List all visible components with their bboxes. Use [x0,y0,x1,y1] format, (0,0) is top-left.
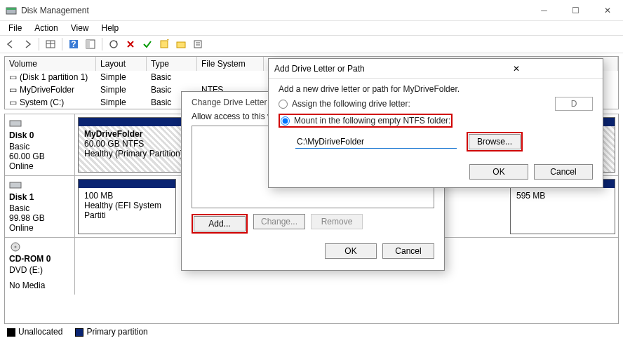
disk-icon [9,182,22,192]
volume-icon: ▭ [9,97,17,107]
col-volume[interactable]: Volume [5,57,96,71]
disk-label[interactable]: CD-ROM 0 DVD (E:) No Media [5,238,75,295]
mount-folder-label: Mount in the following empty NTFS folder… [294,116,450,126]
svg-rect-13 [194,41,201,48]
partition[interactable]: 100 MB Healthy (EFI System Partiti [78,179,176,234]
svg-rect-12 [177,42,185,48]
menu-help[interactable]: Help [96,22,125,34]
ok-button[interactable]: OK [325,243,377,259]
col-type[interactable]: Type [147,57,197,71]
window-title: Disk Management [21,6,528,15]
dialog2-titlebar: Add Drive Letter or Path ✕ [269,59,603,79]
menu-bar: File Action View Help [0,21,623,35]
volume-icon: ▭ [9,85,17,95]
svg-text:*: * [166,39,169,46]
close-button[interactable]: ✕ [591,0,623,20]
svg-rect-1 [6,8,16,10]
cancel-button[interactable]: Cancel [534,164,593,180]
title-bar: Disk Management ─ ☐ ✕ [0,0,623,21]
legend: Unallocated Primary partition [0,324,623,339]
add-button[interactable]: Add... [194,216,246,231]
menu-file[interactable]: File [3,22,27,34]
assign-letter-radio[interactable] [279,100,288,109]
change-button: Change... [253,214,305,229]
maximize-button[interactable]: ☐ [560,0,591,20]
cdrom-icon [9,244,22,254]
delete-icon[interactable] [123,36,138,52]
dialog2-message: Add a new drive letter or path for MyDri… [279,84,593,94]
toolbar: ? * [0,35,623,53]
new-icon[interactable]: * [156,36,172,52]
refresh-icon[interactable] [106,36,121,52]
browse-button[interactable]: Browse... [469,134,521,149]
table-icon[interactable] [43,36,58,52]
disk-label[interactable]: Disk 0 Basic 60.00 GB Online [5,114,75,175]
dialog2-title: Add Drive Letter or Path [274,64,436,74]
check-icon[interactable] [140,36,155,52]
disk-icon [9,121,22,130]
svg-text:?: ? [71,39,76,49]
minimize-button[interactable]: ─ [528,0,560,20]
mount-folder-radio[interactable] [281,116,290,126]
col-layout[interactable]: Layout [96,57,147,71]
back-icon[interactable] [3,36,18,52]
properties-icon[interactable] [190,36,206,52]
menu-view[interactable]: View [65,22,95,34]
legend-primary-swatch [75,328,83,337]
assign-letter-label: Assign the following drive letter: [292,99,410,109]
svg-point-19 [15,246,17,248]
layout-icon[interactable] [83,36,98,52]
menu-action[interactable]: Action [29,22,63,34]
forward-icon[interactable] [20,36,35,52]
svg-rect-17 [10,182,21,188]
cancel-button[interactable]: Cancel [382,243,434,259]
legend-unallocated-swatch [7,328,15,337]
help-icon[interactable]: ? [66,36,81,52]
close-icon[interactable]: ✕ [436,64,597,74]
remove-button: Remove [311,214,363,229]
col-filesystem[interactable]: File System [197,57,264,71]
add-drive-letter-dialog: Add Drive Letter or Path ✕ Add a new dri… [268,58,603,188]
svg-rect-16 [10,121,21,126]
folder-path-input[interactable] [295,135,457,149]
svg-rect-8 [86,40,90,48]
ok-button[interactable]: OK [469,164,528,180]
folder-icon[interactable] [173,36,189,52]
volume-icon: ▭ [9,72,17,82]
drive-letter-select: D [555,97,593,111]
disk-label[interactable]: Disk 1 Basic 99.98 GB Online [5,176,75,237]
app-icon [6,5,17,16]
